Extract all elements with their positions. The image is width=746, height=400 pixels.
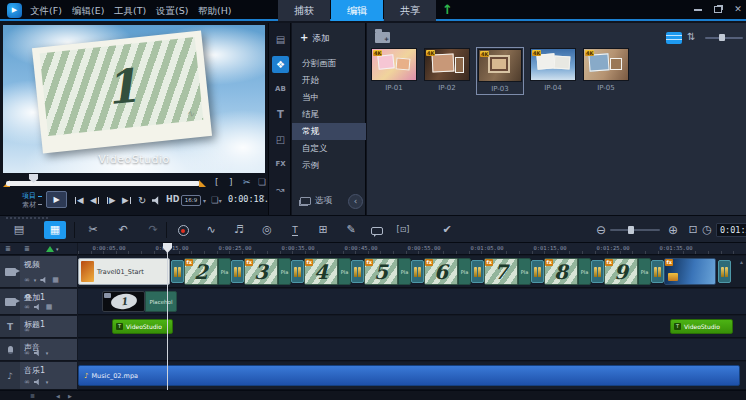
overlay-clip-label[interactable]: Placehol [145, 291, 177, 312]
project-toggle-label[interactable]: 项目 [22, 192, 36, 200]
transition-clip[interactable] [171, 260, 184, 283]
track-mute-icon[interactable] [40, 277, 48, 284]
undo-button[interactable]: ↶ [112, 221, 134, 239]
next-frame-button[interactable]: ▶ [106, 195, 116, 205]
options-button[interactable]: 选项 [300, 195, 332, 207]
video-clip-travel-start[interactable]: Travel01_Start [78, 258, 170, 285]
go-to-start-button[interactable]: ◀ [74, 195, 84, 205]
minimize-button[interactable] [690, 0, 706, 18]
timecode-spinner[interactable]: ▴▾ [262, 193, 264, 203]
tab-capture[interactable]: 捕获 [278, 0, 330, 21]
category-opening[interactable]: 开始 [292, 72, 366, 89]
title-track-header[interactable]: T 标题1 ∞ [0, 316, 77, 338]
track-mute-icon[interactable] [34, 350, 42, 357]
mark-out-button[interactable]: ] [229, 177, 233, 187]
record-capture-button[interactable] [172, 221, 194, 239]
play-button[interactable]: ▶ [46, 191, 67, 208]
previous-frame-button[interactable]: ◀ [90, 195, 100, 205]
timeline-view-button[interactable]: ▦ [44, 221, 66, 239]
template-thumbnail[interactable]: 4K IP-05 [582, 47, 630, 95]
link-icon[interactable]: ∞ [24, 303, 30, 311]
filter-library-icon[interactable]: FX [272, 156, 289, 173]
transition-clip[interactable] [591, 260, 604, 283]
auto-music-button[interactable]: ♬ [228, 221, 250, 239]
placeholder-clip[interactable]: fx4 Pla [304, 258, 351, 285]
scroll-left-button[interactable]: ◀ [56, 391, 60, 400]
link-caret-icon[interactable]: ▾ [34, 277, 37, 283]
volume-icon[interactable] [152, 196, 162, 205]
transition-clip[interactable] [651, 260, 664, 283]
track-height-icon[interactable]: ≣ [30, 391, 35, 400]
ripple-edit-icon[interactable] [46, 246, 54, 252]
placeholder-clip[interactable]: fx5 Pla [364, 258, 411, 285]
overlay-track-header[interactable]: 叠加1 ∞ ▦ [0, 289, 77, 315]
transition-library-icon[interactable]: AB [272, 81, 289, 98]
overlay-track[interactable]: 1 Placehol [78, 289, 746, 315]
duration-clock-icon[interactable]: ◷ [700, 221, 714, 239]
restore-button[interactable] [710, 0, 726, 18]
category-middle[interactable]: 当中 [292, 89, 366, 106]
transition-clip[interactable] [471, 260, 484, 283]
voice-track-header[interactable]: 声音 ∞ ▾ [0, 339, 77, 361]
video-track[interactable]: Travel01_Start fx2 Pla fx3 Pla fx4 Pla f… [78, 256, 746, 288]
menu-tools[interactable]: 工具(T) [110, 0, 150, 21]
title-clip[interactable]: T VideoStudio [670, 319, 733, 334]
timeline-scroll-up-icon[interactable]: ▴ [740, 258, 743, 265]
instant-project-icon[interactable]: ❖ [272, 56, 289, 73]
multicam-editor-button[interactable]: ✂ [82, 221, 104, 239]
painting-creator-button[interactable]: ✎ [340, 221, 362, 239]
placeholder-clip[interactable]: fx3 Pla [244, 258, 291, 285]
split-clip-button[interactable]: ✂ [243, 177, 251, 187]
template-thumbnail-selected[interactable]: 4K IP-03 [476, 47, 524, 95]
zoom-in-button[interactable]: ⊕ [662, 221, 684, 239]
category-sample[interactable]: 示例 [292, 157, 366, 174]
speech-to-text-button[interactable] [366, 221, 388, 239]
menu-edit[interactable]: 编辑(E) [68, 0, 108, 21]
project-clip-toggle[interactable]: 项目 素材 [22, 192, 42, 209]
track-manager-button[interactable]: [⊡] [392, 221, 414, 239]
timeline-playhead-line[interactable] [167, 245, 168, 390]
link-icon[interactable]: ∞ [24, 276, 30, 284]
multiview-button[interactable]: ❏▾ [211, 195, 222, 205]
track-caret-icon[interactable]: ▾ [46, 350, 49, 356]
music-track[interactable]: ♪ Music_02.mpa [78, 362, 746, 390]
track-options-icon[interactable]: ≣ [24, 243, 30, 255]
transition-clip[interactable] [291, 260, 304, 283]
voice-track[interactable] [78, 339, 746, 361]
track-list-icon[interactable]: ≣ [5, 243, 11, 255]
trim-end-handle[interactable] [199, 180, 206, 187]
subtitle-editor-button[interactable]: T [284, 221, 306, 239]
transparency-grid-icon[interactable]: ▦ [52, 276, 59, 284]
link-icon[interactable]: ∞ [24, 326, 30, 334]
aspect-ratio-button[interactable]: 16:9 [181, 195, 201, 206]
go-to-end-button[interactable]: ▶ [122, 195, 132, 205]
title-track[interactable]: T VideoStudio T VideoStudio [78, 316, 746, 338]
placeholder-clip[interactable]: fx7 Pla [484, 258, 531, 285]
title-clip[interactable]: T VideoStudio [112, 319, 173, 334]
template-thumbnail[interactable]: 4K IP-01 [370, 47, 418, 95]
project-duration-timecode[interactable]: 0:01:33.18 [716, 223, 746, 237]
template-thumbnail[interactable]: 4K IP-04 [529, 47, 577, 95]
track-mute-icon[interactable] [34, 304, 42, 311]
clip-toggle-label[interactable]: 素材 [22, 201, 36, 209]
music-track-header[interactable]: ♪ 音乐1 ∞ ▾ [0, 362, 77, 390]
title-library-icon[interactable]: T [272, 106, 289, 123]
tab-share[interactable]: 共享 [384, 0, 436, 21]
tab-edit[interactable]: 编辑 [331, 0, 383, 21]
repeat-button[interactable]: ↻ [138, 195, 146, 206]
zoom-out-button[interactable]: ⊖ [590, 221, 612, 239]
placeholder-clip[interactable]: fx9 Pla [604, 258, 651, 285]
track-mute-icon[interactable] [34, 379, 42, 386]
menu-help[interactable]: 帮助(H) [194, 0, 236, 21]
template-thumbnail[interactable]: 4K IP-02 [423, 47, 471, 95]
video-clip-travel-end[interactable]: fx [664, 258, 716, 285]
menu-file[interactable]: 文件(F) [26, 0, 66, 21]
category-ending[interactable]: 结尾 [292, 106, 366, 123]
overlay-clip[interactable]: 1 [102, 291, 145, 312]
link-icon[interactable]: ∞ [24, 349, 30, 357]
sound-mixer-button[interactable]: ∿ [200, 221, 222, 239]
timeline-zoom-knob[interactable] [628, 226, 634, 234]
mark-in-button[interactable]: [ [215, 177, 219, 187]
split-screen-template-button[interactable]: ⊞ [312, 221, 334, 239]
upgrade-arrow-icon[interactable]: ↑ [442, 2, 453, 17]
